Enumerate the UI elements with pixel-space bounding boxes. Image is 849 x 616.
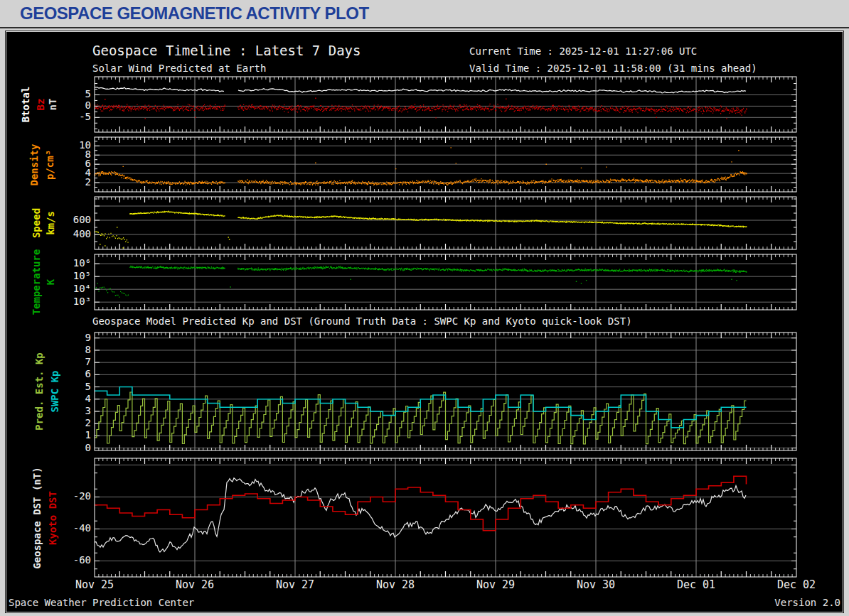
y-tick-label: 5 [58,89,91,99]
y-tick-label: 10⁵ [58,271,91,281]
y-tick-label: 10⁴ [58,283,91,294]
axis-label-temperature-0: Temperature [31,249,42,315]
x-axis-label: Nov 29 [467,578,524,591]
axis-label-density-0: Density [28,144,40,185]
y-tick-label: -60 [58,555,91,566]
plot-title: Geospace Timeline : Latest 7 Days [92,43,361,58]
footer-version: Version 2.0 [774,597,840,608]
page-title: GEOSPACE GEOMAGNETIC ACTIVITY PLOT [20,4,369,23]
y-tick-label: 5 [58,382,91,392]
current-time: Current Time : 2025-12-01 11:27:06 UTC [469,45,697,57]
y-tick-label: 10⁶ [58,258,91,269]
footer-org: Space Weather Prediction Center [9,597,194,608]
y-tick-label: 6 [58,369,91,379]
axis-label-dst-1: Kyoto DST [47,491,58,545]
axis-label-temperature-1: K [45,279,56,285]
axis-label-magnetic-field-1: Bz [35,99,46,111]
x-axis-label: Nov 30 [567,578,624,591]
header-divider [0,27,849,28]
axis-label-density-1: p/cm³ [44,149,55,179]
y-tick-label: 8 [58,345,91,355]
y-tick-label: 3 [58,406,91,416]
x-axis-label: Nov 25 [66,578,123,591]
y-tick-label: 2 [58,418,91,428]
section-title-kp-dst: Geospace Model Predicted Kp and DST (Gro… [92,315,632,327]
y-tick-label: 600 [58,215,91,225]
y-tick-label: 9 [58,333,91,343]
y-tick-label: -20 [58,491,91,502]
axis-label-magnetic-field-0: Btotal [20,87,31,123]
x-axis-label: Nov 27 [267,578,324,591]
y-tick-label: -5 [58,112,91,122]
y-tick-label: 0 [58,443,91,453]
axis-label-kp-index-0: Pred. Est. Kp [33,352,45,431]
x-axis-label: Dec 01 [668,578,725,591]
x-axis-label: Nov 28 [367,578,424,591]
axis-label-kp-index-1: SWPC Kp [49,370,60,412]
y-tick-label: 1 [58,430,91,441]
axis-label-speed-1: km/s [45,211,56,235]
y-tick-label: 0 [58,100,91,111]
subtitle-solar-wind: Solar Wind Predicted at Earth [92,63,266,74]
axis-label-speed-0: Speed [31,208,42,238]
page: { "header": { "title": "GEOSPACE GEOMAGN… [0,0,849,616]
y-tick-label: 400 [58,229,91,239]
y-tick-label: 7 [58,357,91,367]
y-tick-label: -40 [58,523,91,534]
valid-time: Valid Time : 2025-12-01 11:58:00 (31 min… [469,63,757,74]
axis-label-magnetic-field-2: nT [47,99,58,111]
x-axis-label: Nov 26 [166,578,223,591]
axis-label-dst-0: Geospace DST (nT) [31,467,43,568]
y-tick-label: 10³ [58,296,91,307]
y-tick-label: 2 [58,177,91,188]
x-axis-label: Dec 02 [768,578,825,591]
y-tick-label: 4 [58,394,91,404]
